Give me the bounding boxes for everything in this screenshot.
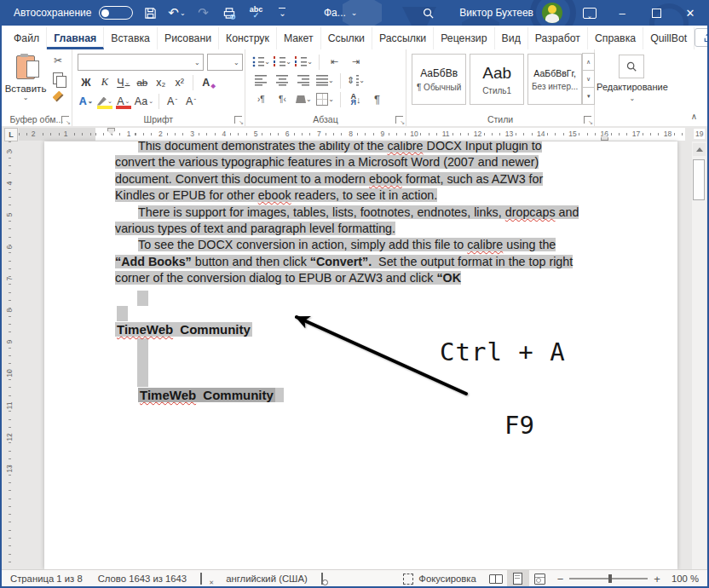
read-mode-button[interactable]	[485, 570, 507, 587]
italic-button[interactable]: К	[96, 74, 113, 90]
ltr-paragraph-icon[interactable]: ›¶	[252, 91, 270, 107]
clipboard-dialog-launcher[interactable]	[61, 116, 69, 124]
word-count[interactable]: Слово 1643 из 1643	[90, 574, 195, 584]
tab-Рассылки[interactable]: Рассылки	[372, 27, 434, 49]
tab-Рецензир[interactable]: Рецензир	[434, 27, 494, 49]
format-painter-icon[interactable]	[49, 89, 66, 104]
search-icon[interactable]	[418, 3, 437, 23]
save-icon[interactable]	[141, 3, 159, 23]
editing-find-button[interactable]	[619, 55, 644, 78]
print-layout-button[interactable]	[507, 570, 529, 587]
style-card-no-spacing[interactable]: АаБбВвГг, Без интер...	[527, 54, 582, 105]
scrollbar-thumb[interactable]	[693, 159, 705, 200]
document-title[interactable]: Фа... ⌄	[324, 0, 357, 26]
web-layout-button[interactable]	[529, 570, 551, 587]
autosave-toggle[interactable]	[99, 6, 133, 20]
zoom-in-button[interactable]: +	[648, 573, 666, 585]
font-dialog-launcher[interactable]	[234, 116, 242, 124]
proofing-errors-icon[interactable]	[200, 574, 212, 584]
sort-button[interactable]: АЯ↓	[347, 91, 365, 107]
styles-scroll-down-icon[interactable]: ∨	[582, 70, 595, 88]
zoom-slider-thumb[interactable]	[608, 574, 612, 583]
style-card-normal[interactable]: АаБбВв ¶ Обычный	[412, 54, 466, 105]
user-name[interactable]: Виктор Бухтеев	[459, 7, 533, 19]
font-color-button[interactable]: А⌄	[115, 93, 132, 109]
font-size-select[interactable]: ⌄	[207, 54, 243, 71]
bold-button[interactable]: Ж	[78, 74, 95, 90]
tab-QuillBot[interactable]: QuillBot	[643, 27, 695, 49]
zoom-level[interactable]: 100 %	[666, 574, 707, 584]
undo-dropdown-icon[interactable]: ⌄	[180, 9, 186, 17]
spellcheck-icon[interactable]: abc✓	[246, 3, 265, 23]
text-effects-button[interactable]: А⌄	[78, 93, 95, 109]
align-center-button[interactable]	[274, 72, 291, 89]
scroll-up-icon[interactable]	[693, 143, 706, 156]
font-name-select[interactable]: ⌄	[78, 54, 204, 71]
page-indicator[interactable]: Страница 1 из 8	[2, 574, 90, 584]
zoom-out-button[interactable]: −	[551, 573, 570, 585]
line-spacing-button[interactable]: ⇕⌄	[347, 72, 365, 89]
increase-indent-button[interactable]: ⇥	[347, 54, 365, 70]
ribbon-display-options-icon[interactable]: ⌄	[583, 8, 597, 19]
zoom-slider[interactable]	[569, 578, 648, 579]
decrease-indent-button[interactable]: ⇤	[326, 54, 343, 70]
tab-Вид[interactable]: Вид	[495, 27, 528, 49]
borders-button[interactable]: ⌄	[316, 91, 334, 107]
clear-formatting-button[interactable]: A	[198, 74, 215, 90]
styles-scroll-up-icon[interactable]: ∧	[582, 53, 595, 71]
horizontal-ruler[interactable]: 21 12345678910111213141516171819	[19, 128, 685, 141]
heading-timeweb-community-1[interactable]: TimeWeb Community	[115, 321, 252, 338]
minimize-button[interactable]: –	[605, 0, 639, 26]
rtl-paragraph-icon[interactable]: ¶‹	[274, 91, 291, 107]
vertical-ruler[interactable]: 345678910111213	[3, 141, 16, 569]
vertical-scrollbar[interactable]	[692, 141, 706, 569]
underline-button[interactable]: Ч⌄	[115, 74, 132, 90]
tab-Разработ[interactable]: Разработ	[528, 27, 588, 49]
redo-icon[interactable]: ↷	[193, 3, 212, 23]
show-formatting-marks-button[interactable]: ¶	[368, 91, 386, 107]
tab-Макет[interactable]: Макет	[277, 27, 321, 49]
heading-timeweb-community-2[interactable]: TimeWeb Community	[138, 387, 275, 404]
accessibility-icon[interactable]	[321, 574, 333, 584]
multilevel-list-button[interactable]: ⌄	[295, 54, 313, 70]
share-button[interactable]: Поделиться	[695, 28, 709, 47]
align-left-button[interactable]	[252, 72, 270, 89]
quick-access-more-icon[interactable]: ⌄	[273, 3, 291, 23]
tab-Файл[interactable]: Файл	[7, 27, 47, 49]
tab-stop-selector[interactable]: L	[4, 128, 18, 141]
collapse-ribbon-icon[interactable]: ∧	[691, 112, 697, 121]
focus-mode-button[interactable]: Фокусировка	[395, 574, 484, 585]
styles-dialog-launcher[interactable]	[584, 116, 591, 124]
close-button[interactable]: ✕	[673, 0, 707, 26]
document-text[interactable]: This document demonstrates the ability o…	[115, 141, 626, 287]
paste-button[interactable]: Вставить ⌄	[6, 54, 45, 110]
user-avatar[interactable]	[542, 3, 562, 23]
subscript-button[interactable]: x₂	[153, 74, 170, 90]
justify-button[interactable]: ⌄	[316, 72, 334, 89]
strikethrough-button[interactable]: ab	[134, 74, 151, 90]
undo-icon[interactable]: ↶⌄	[167, 3, 186, 23]
superscript-button[interactable]: x²	[171, 74, 188, 90]
tab-Конструк[interactable]: Конструк	[219, 27, 277, 49]
shrink-font-button[interactable]: Аˇ	[182, 93, 199, 109]
maximize-button[interactable]	[639, 0, 673, 26]
tab-Ссылки[interactable]: Ссылки	[321, 27, 372, 49]
paragraph-dialog-launcher[interactable]	[395, 116, 403, 124]
highlight-button[interactable]: ⌄	[96, 93, 113, 109]
language-indicator[interactable]: английский (США)	[218, 574, 315, 584]
tab-Главная[interactable]: Главная	[47, 27, 104, 49]
tab-Рисовани[interactable]: Рисовани	[158, 27, 219, 49]
numbering-button[interactable]: ⌄	[274, 54, 291, 70]
change-case-button[interactable]: Аа⌄	[134, 93, 154, 109]
cut-icon[interactable]: ✂	[49, 53, 66, 68]
align-right-button[interactable]	[295, 72, 313, 89]
print-preview-icon[interactable]	[220, 3, 239, 23]
grow-font-button[interactable]: Аˆ	[164, 93, 181, 109]
bullets-button[interactable]: ⌄	[252, 54, 270, 70]
shading-button[interactable]: ⌄	[295, 91, 313, 107]
tab-Вставка[interactable]: Вставка	[104, 27, 158, 49]
chevron-down-icon[interactable]: ⌄	[595, 95, 670, 102]
tab-Справка[interactable]: Справка	[588, 27, 643, 49]
styles-more-icon[interactable]: ▾	[582, 87, 595, 105]
document-page[interactable]: This document demonstrates the ability o…	[44, 141, 677, 569]
